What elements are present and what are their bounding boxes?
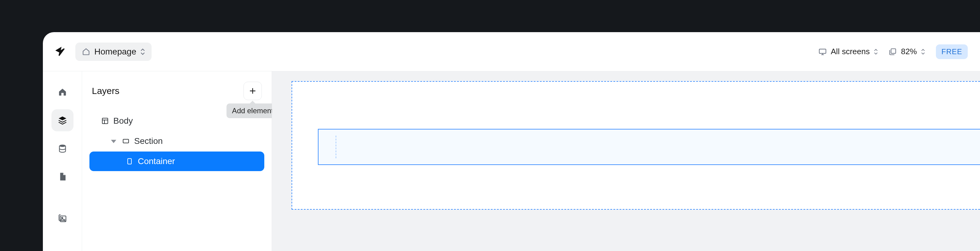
sort-icon — [874, 49, 878, 55]
container-icon — [126, 157, 134, 165]
canvas-page-outline[interactable] — [291, 81, 980, 210]
svg-rect-0 — [819, 49, 826, 53]
app-window: Homepage All screens — [43, 32, 980, 251]
tree-item-container[interactable]: Container — [89, 151, 264, 171]
body-area: Layers Add element Body — [43, 71, 980, 251]
canvas-container-selection[interactable] — [318, 129, 980, 165]
app-logo[interactable] — [54, 45, 67, 58]
tree-item-label: Body — [113, 116, 133, 126]
rail-layers[interactable] — [51, 109, 73, 131]
add-element-tooltip: Add element — [227, 103, 279, 118]
rail-assets[interactable] — [51, 207, 73, 229]
home-icon — [82, 48, 90, 56]
tree-item-label: Container — [138, 156, 175, 166]
plan-badge[interactable]: FREE — [936, 44, 968, 59]
sort-icon — [140, 48, 145, 55]
screens-label: All screens — [831, 47, 870, 56]
monitor-icon — [819, 48, 827, 56]
page-selector-label: Homepage — [94, 47, 136, 57]
layers-panel-header: Layers Add element — [89, 81, 264, 109]
zoom-selector[interactable]: 82% — [889, 47, 925, 56]
add-element-button[interactable]: Add element — [243, 82, 262, 100]
canvas[interactable] — [272, 71, 980, 251]
svg-rect-7 — [128, 159, 131, 164]
layers-panel-title: Layers — [92, 86, 119, 96]
svg-rect-5 — [102, 118, 108, 124]
svg-rect-1 — [891, 49, 896, 53]
svg-rect-6 — [123, 139, 129, 143]
tree-item-section[interactable]: Section — [89, 131, 264, 151]
rail-home[interactable] — [51, 81, 73, 103]
zoom-label: 82% — [901, 47, 917, 56]
left-icon-rail — [43, 71, 82, 251]
layout-icon — [101, 117, 109, 125]
rail-pages[interactable] — [51, 165, 73, 187]
tree-item-label: Section — [134, 136, 162, 146]
sort-icon — [921, 49, 925, 55]
stack-icon — [889, 48, 897, 56]
screens-selector[interactable]: All screens — [819, 47, 878, 56]
header-right-controls: All screens 82% FREE — [819, 44, 968, 59]
canvas-guide-line — [336, 136, 336, 158]
top-header: Homepage All screens — [43, 32, 980, 71]
svg-point-2 — [59, 145, 65, 147]
page-selector[interactable]: Homepage — [75, 43, 151, 61]
chevron-down-icon[interactable] — [110, 137, 118, 145]
rail-data[interactable] — [51, 137, 73, 159]
section-icon — [122, 137, 130, 145]
layers-panel: Layers Add element Body — [82, 71, 272, 251]
